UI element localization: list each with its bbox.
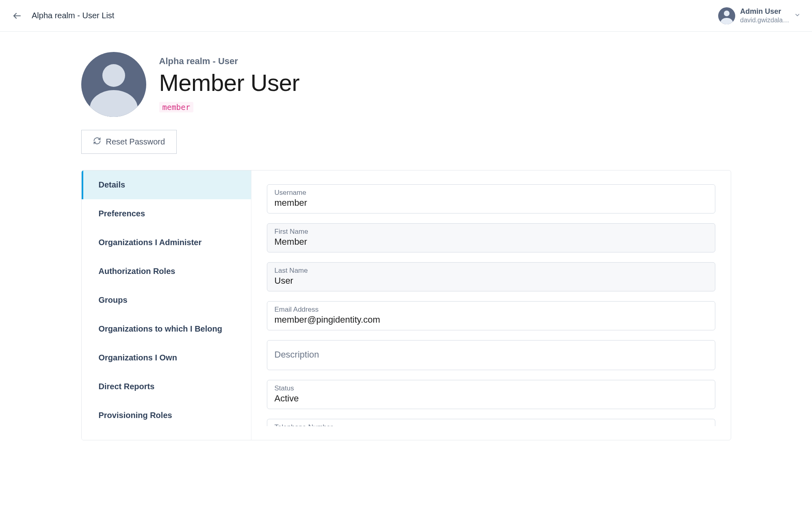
breadcrumb[interactable]: Alpha realm - User List [32, 11, 114, 20]
sidebar-item-details[interactable]: Details [82, 170, 251, 199]
sidebar-nav: Details Preferences Organizations I Admi… [82, 170, 251, 440]
username-field[interactable]: Username member [267, 184, 715, 213]
first-name-label: First Name [275, 228, 708, 236]
email-label: Email Address [275, 306, 708, 314]
status-value: Active [275, 393, 708, 404]
avatar-icon [718, 7, 735, 24]
last-name-value: User [275, 276, 708, 286]
description-field[interactable]: Description [267, 340, 715, 370]
sidebar-item-prov-roles[interactable]: Provisioning Roles [82, 401, 251, 430]
profile-titles: Alpha realm - User Member User member [159, 52, 300, 112]
sidebar-item-groups[interactable]: Groups [82, 286, 251, 315]
sidebar-item-orgs-admin[interactable]: Organizations I Administer [82, 228, 251, 257]
topbar: Alpha realm - User List Admin User david… [0, 0, 812, 32]
current-user-email: david.gwizdala… [740, 16, 789, 24]
detail-panel: Details Preferences Organizations I Admi… [81, 170, 731, 440]
last-name-label: Last Name [275, 267, 708, 275]
topbar-left: Alpha realm - User List [11, 10, 114, 22]
telephone-label: Telephone Number [275, 423, 708, 426]
username-label: Username [275, 189, 708, 197]
back-arrow-icon[interactable] [11, 10, 23, 22]
description-label: Description [275, 349, 708, 360]
profile-eyebrow: Alpha realm - User [159, 56, 300, 67]
current-user-name: Admin User [740, 7, 789, 16]
sidebar-item-preferences[interactable]: Preferences [82, 199, 251, 228]
email-field[interactable]: Email Address member@pingidentity.com [267, 301, 715, 330]
refresh-icon [93, 137, 101, 147]
role-tag: member [159, 102, 194, 112]
reset-password-label: Reset Password [106, 137, 165, 147]
current-user-info: Admin User david.gwizdala… [740, 7, 789, 24]
status-label: Status [275, 384, 708, 392]
last-name-field[interactable]: Last Name User [267, 262, 715, 291]
sidebar-item-orgs-belong[interactable]: Organizations to which I Belong [82, 315, 251, 343]
telephone-field[interactable]: Telephone Number [267, 419, 715, 426]
username-value: member [275, 198, 708, 208]
first-name-field[interactable]: First Name Member [267, 223, 715, 252]
email-value: member@pingidentity.com [275, 315, 708, 325]
sidebar-item-auth-roles[interactable]: Authorization Roles [82, 257, 251, 286]
status-field[interactable]: Status Active [267, 380, 715, 409]
user-avatar-icon [81, 52, 146, 117]
profile-header: Alpha realm - User Member User member [81, 52, 731, 117]
chevron-down-icon [794, 12, 801, 20]
sidebar-item-orgs-own[interactable]: Organizations I Own [82, 343, 251, 372]
first-name-value: Member [275, 237, 708, 247]
page-content: Alpha realm - User Member User member Re… [73, 32, 739, 440]
profile-display-name: Member User [159, 69, 300, 96]
current-user-menu[interactable]: Admin User david.gwizdala… [718, 7, 801, 24]
form-area: Username member First Name Member Last N… [251, 170, 731, 440]
sidebar-item-direct-reports[interactable]: Direct Reports [82, 372, 251, 401]
reset-password-button[interactable]: Reset Password [81, 130, 177, 154]
